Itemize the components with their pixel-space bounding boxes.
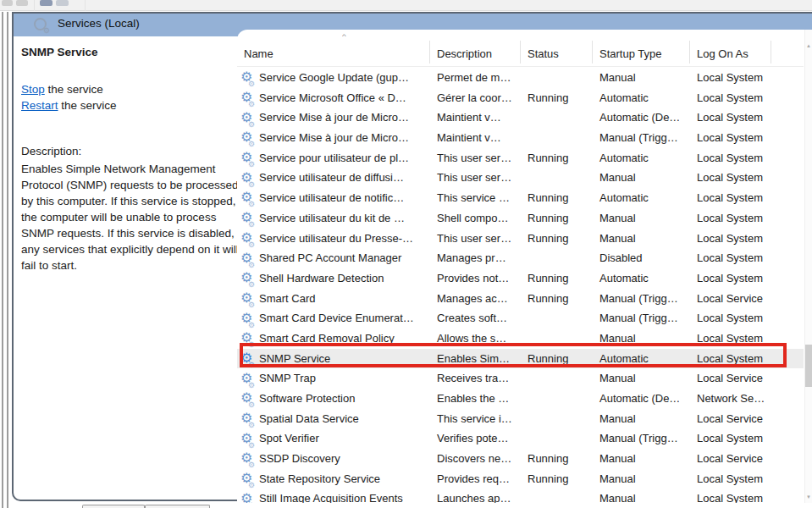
service-startup-type: Manual (Trigg… (592, 128, 689, 148)
tab-standard[interactable] (145, 505, 210, 508)
service-status: Running (520, 289, 592, 309)
service-log-on-as: Local System (689, 128, 771, 148)
service-name: Service utilisateur de diffusi… (259, 168, 404, 188)
table-row[interactable]: Service Mise à jour de Micro… Maintient … (237, 128, 804, 148)
service-description: Maintient v… (429, 108, 520, 128)
table-row[interactable]: Software Protection Enables the … Automa… (237, 389, 804, 409)
table-row[interactable]: Service utilisateur du kit de … Shell co… (237, 208, 804, 229)
table-row[interactable]: Shared PC Account Manager Manages pr… Di… (237, 248, 804, 268)
stop-service-link[interactable]: Stop (21, 83, 45, 96)
service-startup-type: Automatic (592, 88, 689, 108)
service-name: Service pour utilisateur de pl… (259, 148, 409, 168)
service-startup-type: Automatic (De… (592, 389, 689, 409)
column-divider[interactable] (429, 41, 430, 64)
table-row[interactable]: Smart Card Device Enumerat… Creates soft… (237, 308, 804, 329)
table-row[interactable]: Spatial Data Service This service i… Man… (237, 409, 804, 429)
gear-icon (240, 450, 257, 467)
gear-icon (240, 210, 257, 226)
gear-icon (240, 251, 257, 267)
column-header-name[interactable]: ^ Name (237, 30, 429, 66)
table-row[interactable]: Service Microsoft Office « D… Gérer la c… (237, 88, 804, 108)
gear-icon (240, 230, 257, 246)
toolbar-button[interactable] (2, 0, 13, 6)
service-status (520, 389, 592, 409)
service-name: Smart Card Removal Policy (259, 329, 395, 349)
service-name: Service Google Update (gup… (259, 68, 409, 88)
table-row[interactable]: Service utilisateur de diffusi… This use… (237, 168, 804, 188)
service-log-on-as: Local System (689, 329, 771, 349)
list-header: ^ Name Description Status Startup Type L… (237, 30, 804, 67)
service-startup-type: Manual (592, 409, 689, 429)
service-name: Still Image Acquisition Events (259, 489, 403, 503)
service-startup-type: Manual (592, 168, 689, 188)
scroll-up-icon[interactable]: ▲ (805, 43, 812, 48)
service-status (520, 368, 592, 389)
service-name: Service Mise à jour de Micro… (259, 108, 409, 128)
column-divider[interactable] (520, 41, 521, 64)
service-name: Software Protection (259, 389, 355, 409)
table-row[interactable]: Still Image Acquisition Events Launches … (237, 489, 804, 503)
table-row[interactable]: Service Mise à jour de Micro… Maintient … (237, 108, 804, 128)
table-row[interactable]: SNMP Service Enables Sim… Running Automa… (237, 349, 804, 369)
table-row[interactable]: Smart Card Manages ac… Running Manual (T… (237, 289, 804, 309)
column-divider[interactable] (592, 41, 593, 64)
service-description: Launches ap… (429, 489, 520, 503)
table-row[interactable]: State Repository Service Provides req… R… (237, 469, 804, 489)
service-description: This user ser… (429, 168, 520, 188)
service-description: Verifies pote… (429, 428, 520, 449)
service-log-on-as: Local System (689, 469, 771, 489)
service-log-on-as: Local System (689, 268, 771, 289)
table-row[interactable]: Spot Verifier Verifies pote… Manual (Tri… (237, 428, 804, 449)
column-header-description[interactable]: Description (429, 30, 520, 66)
service-log-on-as: Local Service (689, 368, 771, 389)
service-description: Maintient v… (429, 128, 520, 148)
service-description: Receives tra… (429, 368, 520, 389)
table-row[interactable]: SSDP Discovery Discovers ne… Running Man… (237, 449, 804, 469)
tab-extended[interactable] (82, 505, 145, 508)
column-header-status[interactable]: Status (520, 30, 592, 66)
service-log-on-as: Local System (689, 168, 771, 188)
service-startup-type: Manual (592, 68, 689, 88)
service-status (520, 329, 592, 349)
gear-icon (240, 491, 257, 503)
service-name: Spot Verifier (259, 428, 319, 449)
service-log-on-as: Local Service (689, 409, 771, 429)
scrollbar-thumb[interactable] (805, 345, 812, 387)
column-header-log-on-as[interactable]: Log On As (689, 30, 771, 66)
service-startup-type: Automatic (592, 349, 689, 369)
column-divider[interactable] (771, 41, 771, 64)
toolbar-button[interactable] (40, 0, 52, 6)
service-status: Running (520, 449, 592, 469)
table-row[interactable]: Service utilisateur de notific… This ser… (237, 188, 804, 208)
service-status: Running (520, 469, 592, 489)
scroll-down-icon[interactable]: ▼ (805, 494, 812, 500)
service-status (520, 308, 592, 329)
services-panel: Services (Local) SNMP Service Stop the s… (12, 12, 812, 501)
gear-icon (240, 270, 257, 286)
toolbar-button[interactable] (56, 0, 69, 6)
service-startup-type: Automatic (592, 188, 689, 208)
gear-icon (240, 110, 257, 126)
table-row[interactable]: SNMP Trap Receives tra… Manual Local Ser… (237, 368, 804, 389)
table-row[interactable]: Service Google Update (gup… Permet de m…… (237, 68, 804, 88)
column-divider[interactable] (689, 41, 690, 64)
table-row[interactable]: Smart Card Removal Policy Allows the s… … (237, 329, 804, 349)
toolbar-button[interactable] (16, 0, 28, 6)
vertical-scrollbar[interactable]: ▲ ▼ (804, 30, 812, 503)
service-description: This service i… (429, 409, 520, 429)
restart-service-link[interactable]: Restart (21, 99, 58, 112)
stop-service-suffix: the service (45, 83, 103, 96)
gear-icon (240, 311, 257, 327)
table-row[interactable]: Service pour utilisateur de pl… This use… (237, 148, 804, 168)
table-row[interactable]: Service utilisateur du Presse-… This use… (237, 229, 804, 249)
service-log-on-as: Local System (689, 308, 771, 329)
mmc-toolbar (0, 0, 812, 11)
service-description: Manages pr… (429, 248, 520, 268)
service-name: Service utilisateur du kit de … (259, 208, 405, 229)
column-header-startup-type[interactable]: Startup Type (592, 30, 689, 66)
table-row[interactable]: Shell Hardware Detection Provides not… R… (237, 268, 804, 289)
service-description: Discovers ne… (429, 449, 520, 469)
service-startup-type: Manual (592, 208, 689, 229)
service-log-on-as: Local System (689, 68, 771, 88)
service-status: Running (520, 229, 592, 249)
